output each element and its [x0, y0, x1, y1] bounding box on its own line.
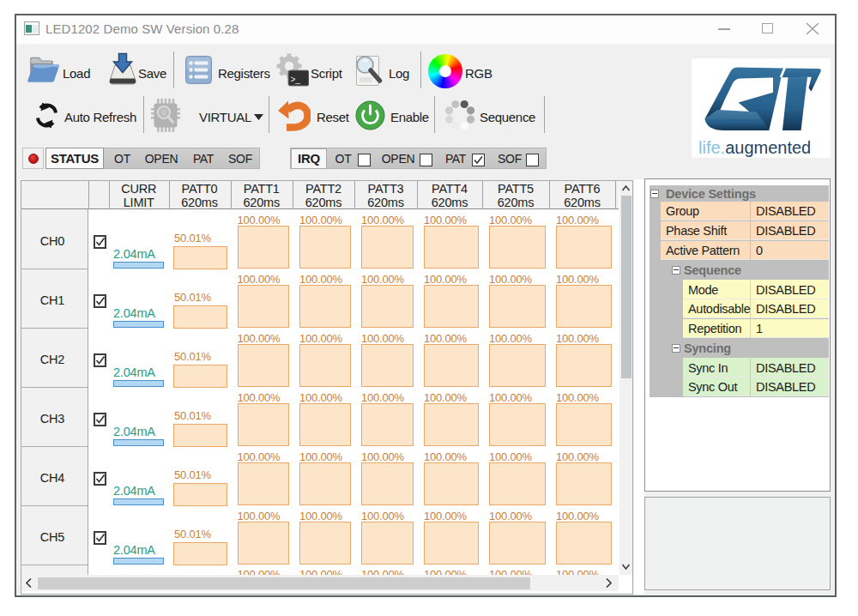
- svg-text:>_: >_: [291, 75, 301, 84]
